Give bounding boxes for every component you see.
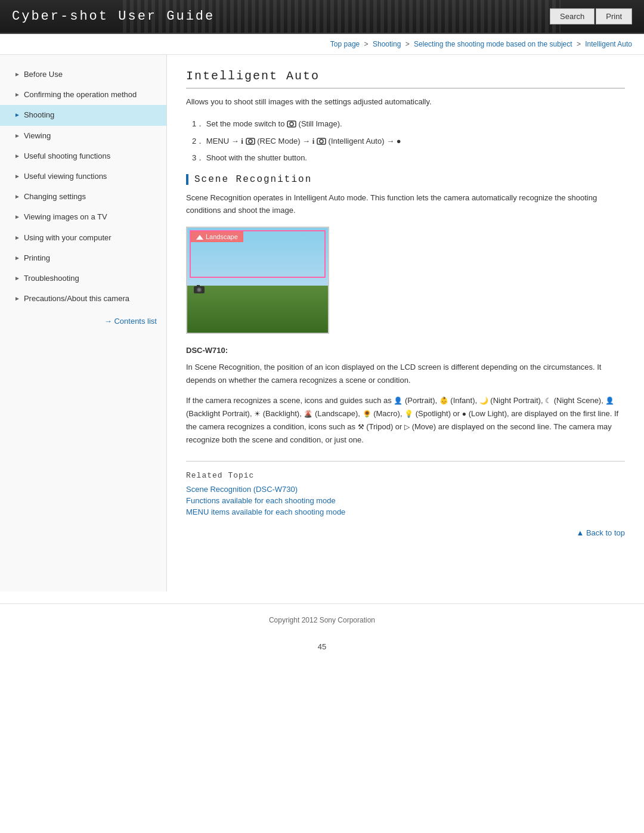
- svg-point-9: [198, 288, 201, 291]
- page-header: Cyber-shot User Guide Search Print: [0, 0, 644, 34]
- camera-body-icon: [193, 284, 205, 294]
- sidebar-item-computer[interactable]: ► Using with your computer: [0, 228, 166, 248]
- main-layout: ► Before Use ► Confirming the operation …: [0, 55, 644, 592]
- sidebar-item-useful-viewing[interactable]: ► Useful viewing functions: [0, 166, 166, 187]
- page-number: 45: [0, 636, 644, 657]
- related-topic-section: Related Topic Scene Recognition (DSC-W73…: [186, 461, 625, 516]
- ground-background: [187, 286, 328, 333]
- sidebar-item-precautions[interactable]: ► Precautions/About this camera: [0, 289, 166, 309]
- search-button[interactable]: Search: [550, 8, 595, 24]
- sidebar-item-troubleshooting[interactable]: ► Troubleshooting: [0, 268, 166, 289]
- back-to-top: ▲ Back to top: [186, 528, 625, 537]
- camera-screenshot-image: Landscape: [186, 227, 329, 334]
- related-link-2[interactable]: Functions available for each shooting mo…: [186, 496, 625, 505]
- page-title: Intelligent Auto: [186, 69, 625, 89]
- step-1: 1． Set the mode switch to (Still Image).: [192, 118, 625, 131]
- sidebar-item-useful-shooting[interactable]: ► Useful shooting functions: [0, 146, 166, 166]
- chevron-right-icon: ►: [14, 234, 20, 242]
- page-footer: Copyright 2012 Sony Corporation: [0, 603, 644, 636]
- chevron-right-icon: ►: [14, 193, 20, 201]
- related-link-3[interactable]: MENU items available for each shooting m…: [186, 507, 625, 516]
- back-to-top-link[interactable]: ▲ Back to top: [576, 528, 625, 537]
- sidebar-item-label: Before Use: [24, 69, 63, 80]
- sidebar-item-label: Troubleshooting: [24, 273, 79, 284]
- chevron-right-icon: ►: [14, 91, 20, 99]
- sidebar-item-label: Precautions/About this camera: [24, 293, 129, 304]
- svg-point-3: [249, 140, 252, 143]
- breadcrumb-shooting[interactable]: Shooting: [373, 40, 401, 48]
- backlight-icon: ☀: [254, 410, 261, 418]
- header-actions: Search Print: [550, 8, 632, 24]
- copyright-text: Copyright 2012 Sony Corporation: [269, 616, 375, 624]
- body-text-1: In Scene Recognition, the position of an…: [186, 361, 625, 387]
- chevron-right-icon: ►: [14, 274, 20, 283]
- night-portrait-icon: 🌙: [479, 397, 488, 405]
- body-text-2: If the camera recognizes a scene, icons …: [186, 394, 625, 447]
- chevron-right-icon: ►: [14, 295, 20, 303]
- chevron-right-icon: ►: [14, 132, 20, 140]
- chevron-right-icon: ►: [14, 152, 20, 160]
- chevron-right-icon: ►: [14, 70, 20, 79]
- still-image-icon: [287, 120, 296, 128]
- sidebar-item-label: Confirming the operation method: [24, 89, 137, 100]
- chevron-right-icon: ►: [14, 111, 20, 119]
- breadcrumb-current[interactable]: Intelligent Auto: [585, 40, 632, 48]
- landscape-icon: 🌋: [304, 410, 312, 418]
- breadcrumb: Top page > Shooting > Selecting the shoo…: [0, 34, 644, 55]
- sidebar-item-label: Using with your computer: [24, 233, 112, 243]
- scene-recognition-title: Scene Recognition: [186, 174, 625, 185]
- focus-box: [190, 230, 326, 278]
- model-label: DSC-W710:: [186, 346, 625, 355]
- sidebar-item-before-use[interactable]: ► Before Use: [0, 64, 166, 85]
- chevron-right-icon: ►: [14, 213, 20, 221]
- lowlight-icon: ●: [462, 410, 466, 418]
- spotlight-icon: 💡: [404, 410, 413, 418]
- sidebar-item-label: Useful shooting functions: [24, 151, 110, 162]
- print-button[interactable]: Print: [596, 8, 632, 24]
- sidebar-item-printing[interactable]: ► Printing: [0, 248, 166, 268]
- sidebar-item-label: Shooting: [24, 110, 54, 120]
- backlight-portrait-icon: 👤: [605, 397, 614, 405]
- tripod-icon: ⚒: [358, 423, 364, 431]
- svg-point-5: [320, 140, 323, 143]
- sidebar-item-label: Viewing: [24, 131, 51, 141]
- macro-icon: 🌻: [363, 410, 371, 418]
- arrow-right-icon: →: [104, 317, 114, 326]
- contents-link-container: → Contents list: [0, 309, 166, 333]
- related-link-1[interactable]: Scene Recognition (DSC-W730): [186, 485, 625, 494]
- step-3: 3． Shoot with the shutter button.: [192, 152, 625, 165]
- svg-rect-10: [197, 285, 200, 287]
- chevron-right-icon: ►: [14, 254, 20, 262]
- steps-list: 1． Set the mode switch to (Still Image).…: [192, 118, 625, 165]
- breadcrumb-top[interactable]: Top page: [330, 40, 360, 48]
- svg-point-1: [290, 122, 293, 126]
- sidebar-item-changing-settings[interactable]: ► Changing settings: [0, 187, 166, 207]
- intro-text: Allows you to shoot still images with th…: [186, 96, 625, 109]
- site-title: Cyber-shot User Guide: [12, 9, 215, 24]
- sidebar-item-label: Changing settings: [24, 191, 86, 202]
- main-content: Intelligent Auto Allows you to shoot sti…: [167, 55, 644, 592]
- scene-recognition-intro: Scene Recognition operates in Intelligen…: [186, 192, 625, 217]
- night-scene-icon: ☾: [545, 397, 552, 405]
- intelligent-auto-icon: [317, 137, 326, 145]
- camera-overlay-icon: [193, 284, 205, 297]
- breadcrumb-selecting[interactable]: Selecting the shooting mode based on the…: [414, 40, 572, 48]
- sidebar-item-viewing[interactable]: ► Viewing: [0, 126, 166, 146]
- sidebar: ► Before Use ► Confirming the operation …: [0, 55, 167, 592]
- sidebar-item-viewing-tv[interactable]: ► Viewing images on a TV: [0, 207, 166, 227]
- sidebar-item-label: Viewing images on a TV: [24, 212, 107, 222]
- infant-icon: 👶: [439, 397, 448, 405]
- rec-mode-icon: [246, 137, 255, 145]
- move-icon: ▷: [404, 423, 410, 431]
- sidebar-item-label: Useful viewing functions: [24, 171, 107, 182]
- sidebar-item-shooting[interactable]: ► Shooting: [0, 105, 166, 125]
- sidebar-item-confirming[interactable]: ► Confirming the operation method: [0, 85, 166, 105]
- step-2: 2． MENU → i (REC Mode) → i (Intelligent …: [192, 135, 625, 148]
- related-topic-title: Related Topic: [186, 471, 625, 480]
- contents-list-link[interactable]: → Contents list: [104, 317, 157, 326]
- sidebar-item-label: Printing: [24, 253, 50, 264]
- portrait-icon: 👤: [394, 397, 402, 405]
- chevron-right-icon: ►: [14, 172, 20, 181]
